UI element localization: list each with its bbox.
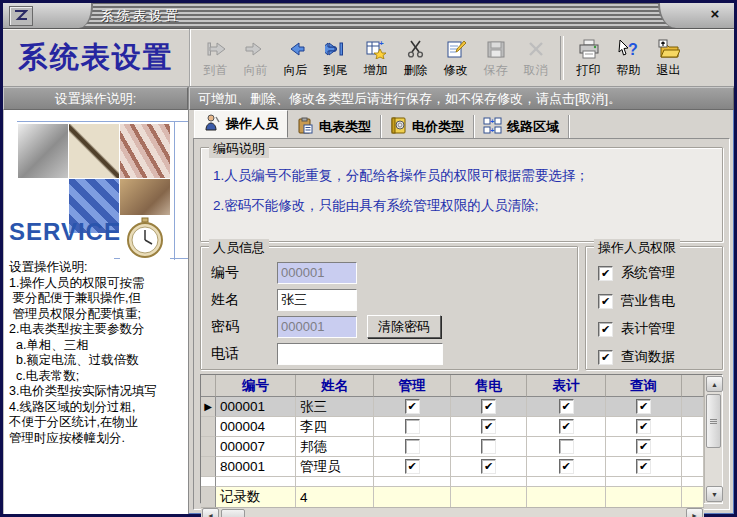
checkbox-icon[interactable]: ✔ bbox=[598, 294, 613, 309]
cell-id[interactable]: 000004 bbox=[216, 417, 296, 437]
grid-column-表计[interactable]: 表计 bbox=[527, 375, 606, 397]
checkbox-icon[interactable] bbox=[405, 419, 420, 434]
scroll-right-icon[interactable]: ► bbox=[686, 508, 703, 517]
cell-check[interactable]: ✔ bbox=[527, 457, 606, 477]
cell-check[interactable]: ✔ bbox=[451, 397, 527, 417]
cell-check[interactable]: ✔ bbox=[527, 397, 606, 417]
scroll-down-icon[interactable]: ▼ bbox=[706, 486, 723, 502]
vscroll-track bbox=[705, 449, 722, 485]
checkbox-icon[interactable]: ✔ bbox=[636, 399, 651, 414]
permission-查询数据[interactable]: ✔查询数据 bbox=[598, 343, 712, 371]
checkbox-icon[interactable] bbox=[559, 439, 574, 454]
modify-button[interactable]: 修改 bbox=[436, 32, 475, 84]
help-cursor-icon: ? bbox=[618, 37, 640, 61]
close-icon[interactable]: × bbox=[706, 5, 724, 23]
service-text: SERVICE bbox=[9, 218, 121, 246]
cell-name[interactable]: 邦德 bbox=[296, 437, 374, 457]
svg-text:+: + bbox=[490, 126, 494, 133]
delete-button[interactable]: 删除 bbox=[396, 32, 435, 84]
checkbox-icon[interactable]: ✔ bbox=[636, 459, 651, 474]
checkbox-icon[interactable]: ✔ bbox=[636, 419, 651, 434]
checkbox-icon[interactable]: ✔ bbox=[559, 459, 574, 474]
编号-field[interactable] bbox=[277, 262, 357, 284]
密码-field[interactable] bbox=[277, 316, 357, 338]
checkbox-icon[interactable]: ✔ bbox=[636, 439, 651, 454]
field-label: 姓名 bbox=[211, 291, 277, 309]
checkbox-icon[interactable]: ✔ bbox=[481, 459, 496, 474]
horizontal-scroll-thumb[interactable] bbox=[221, 509, 245, 517]
permission-label: 表计管理 bbox=[621, 320, 675, 338]
scroll-up-icon[interactable]: ▲ bbox=[706, 376, 723, 392]
checkbox-icon[interactable]: ✔ bbox=[481, 399, 496, 414]
clear-password-button[interactable]: 清除密码 bbox=[367, 315, 441, 338]
checkbox-icon[interactable]: ✔ bbox=[481, 419, 496, 434]
photo-tools bbox=[18, 124, 68, 178]
cell-filler bbox=[682, 417, 704, 437]
last-button-label: 到尾 bbox=[324, 62, 348, 79]
grid-column-管理[interactable]: 管理 bbox=[374, 375, 451, 397]
table-row[interactable]: 000004李四✔✔✔ bbox=[201, 417, 704, 437]
tab-电表类型[interactable]: 电表类型 bbox=[288, 115, 381, 138]
cell-name[interactable]: 李四 bbox=[296, 417, 374, 437]
grid-column-编号[interactable]: 编号 bbox=[216, 375, 296, 397]
cell-check[interactable] bbox=[527, 437, 606, 457]
row-selector[interactable] bbox=[201, 457, 216, 477]
exit-button[interactable]: 退出 bbox=[649, 32, 688, 84]
permission-系统管理[interactable]: ✔系统管理 bbox=[598, 259, 712, 287]
row-selector[interactable] bbox=[201, 417, 216, 437]
cell-check[interactable] bbox=[374, 437, 451, 457]
cell-check[interactable]: ✔ bbox=[606, 457, 682, 477]
print-button[interactable]: 打印 bbox=[569, 32, 608, 84]
tab-操作人员[interactable]: 操作人员 bbox=[194, 110, 288, 138]
permission-营业售电[interactable]: ✔营业售电 bbox=[598, 287, 712, 315]
add-button[interactable]: +增加 bbox=[356, 32, 395, 84]
cell-id[interactable]: 000007 bbox=[216, 437, 296, 457]
grid-column-姓名[interactable]: 姓名 bbox=[296, 375, 374, 397]
record-count-value: 4 bbox=[296, 487, 374, 507]
checkbox-icon[interactable]: ✔ bbox=[405, 399, 420, 414]
add-button-label: 增加 bbox=[364, 62, 388, 79]
姓名-field[interactable] bbox=[277, 289, 357, 311]
checkbox-icon[interactable]: ✔ bbox=[598, 266, 613, 281]
tab-电价类型[interactable]: 电价类型 bbox=[381, 115, 474, 138]
cell-id[interactable]: 000001 bbox=[216, 397, 296, 417]
checkbox-icon[interactable] bbox=[481, 439, 496, 454]
vertical-scroll-thumb[interactable] bbox=[706, 394, 721, 448]
cell-check[interactable]: ✔ bbox=[451, 417, 527, 437]
checkbox-icon[interactable]: ✔ bbox=[598, 322, 613, 337]
cell-name[interactable]: 管理员 bbox=[296, 457, 374, 477]
permission-表计管理[interactable]: ✔表计管理 bbox=[598, 315, 712, 343]
cell-check[interactable]: ✔ bbox=[606, 397, 682, 417]
next-button[interactable]: 向后 bbox=[276, 32, 315, 84]
cell-check[interactable]: ✔ bbox=[451, 457, 527, 477]
row-selector[interactable] bbox=[201, 437, 216, 457]
cell-check[interactable] bbox=[451, 437, 527, 457]
help-button[interactable]: ?帮助 bbox=[609, 32, 648, 84]
cell-check[interactable]: ✔ bbox=[606, 437, 682, 457]
checkbox-icon[interactable]: ✔ bbox=[598, 350, 613, 365]
电话-field[interactable] bbox=[277, 343, 443, 365]
table-row[interactable]: 000007邦德✔ bbox=[201, 437, 704, 457]
cell-check[interactable] bbox=[374, 417, 451, 437]
checkbox-icon[interactable]: ✔ bbox=[559, 399, 574, 414]
cell-name[interactable]: 张三 bbox=[296, 397, 374, 417]
row-selector[interactable]: ▶ bbox=[201, 397, 216, 417]
grid-column-售电[interactable]: 售电 bbox=[451, 375, 527, 397]
grid-column-查询[interactable]: 查询 bbox=[606, 375, 682, 397]
cell-id[interactable]: 800001 bbox=[216, 457, 296, 477]
checkbox-icon[interactable]: ✔ bbox=[405, 459, 420, 474]
cell-check[interactable]: ✔ bbox=[606, 417, 682, 437]
tab-线路区域[interactable]: ++线路区域 bbox=[474, 115, 569, 138]
cell-check[interactable]: ✔ bbox=[374, 397, 451, 417]
last-button[interactable]: 到尾 bbox=[316, 32, 355, 84]
row-selector bbox=[201, 477, 216, 487]
scroll-left-icon[interactable]: ◄ bbox=[202, 508, 219, 517]
table-row[interactable]: ▶000001张三✔✔✔✔ bbox=[201, 397, 704, 417]
cell-check[interactable]: ✔ bbox=[527, 417, 606, 437]
horizontal-scrollbar[interactable]: ◄ ► bbox=[201, 507, 704, 517]
checkbox-icon[interactable] bbox=[405, 439, 420, 454]
vertical-scrollbar[interactable]: ▲ ▼ bbox=[704, 375, 722, 503]
table-row[interactable]: 800001管理员✔✔✔✔ bbox=[201, 457, 704, 477]
checkbox-icon[interactable]: ✔ bbox=[559, 419, 574, 434]
cell-check[interactable]: ✔ bbox=[374, 457, 451, 477]
